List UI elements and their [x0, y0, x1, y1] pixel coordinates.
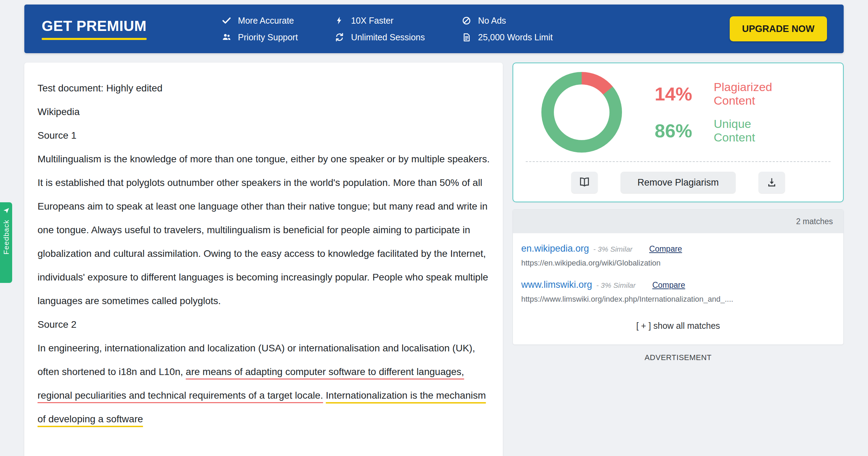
show-all-matches-button[interactable]: [ + ] show all matches	[521, 321, 835, 331]
check-icon	[221, 15, 232, 26]
match-row: en.wikipedia.org - 3% Similar Compare	[521, 243, 835, 255]
match-url: https://en.wikipedia.org/wiki/Globalizat…	[521, 258, 835, 268]
feature-label: No Ads	[478, 16, 506, 26]
remove-plagiarism-button[interactable]: Remove Plagiarism	[621, 172, 735, 193]
advertisement-label: ADVERTISEMENT	[513, 353, 844, 362]
plagiarized-percentage: 14%	[655, 83, 696, 105]
no-ads-icon	[461, 15, 472, 26]
plagiarized-label: Plagiarized Content	[714, 80, 795, 107]
text-segment: Test document: Highly edited	[38, 83, 163, 93]
result-summary: 14% Plagiarized Content 86% Unique Conte…	[513, 63, 843, 161]
plagiarism-result-card: 14% Plagiarized Content 86% Unique Conte…	[513, 63, 844, 202]
matches-panel: 2 matches en.wikipedia.org - 3% Similar …	[513, 209, 844, 345]
feature-label: Priority Support	[238, 32, 298, 42]
plagiarized-stat: 14% Plagiarized Content	[655, 80, 795, 107]
dashed-divider	[526, 161, 830, 162]
matches-count: 2 matches	[796, 217, 833, 226]
match-domain-link[interactable]: www.limswiki.org	[521, 279, 592, 291]
matches-body: en.wikipedia.org - 3% Similar Compare ht…	[513, 233, 843, 340]
document-paragraph: Source 2	[38, 313, 492, 336]
match-row: www.limswiki.org - 3% Similar Compare	[521, 279, 835, 291]
feature-label: 10X Faster	[351, 16, 393, 26]
text-segment: Multilingualism is the knowledge of more…	[38, 154, 490, 306]
document-panel: Test document: Highly editedWikipediaSou…	[24, 63, 503, 456]
match-item: www.limswiki.org - 3% Similar Compare ht…	[521, 279, 835, 304]
document-paragraph: In engineering, internationalization and…	[38, 336, 492, 431]
unique-stat: 86% Unique Content	[655, 117, 795, 144]
book-icon	[579, 176, 590, 189]
match-domain-link[interactable]: en.wikipedia.org	[521, 243, 589, 254]
feature-no-ads: No Ads	[461, 15, 553, 26]
feature-10x-faster: 10X Faster	[334, 15, 425, 26]
text-segment: Source 1	[38, 130, 76, 141]
feature-more-accurate: More Accurate	[221, 15, 298, 26]
result-stats: 14% Plagiarized Content 86% Unique Conte…	[655, 80, 795, 144]
page: GET PREMIUM More Accurate Priority Suppo…	[0, 0, 868, 456]
download-report-button[interactable]	[759, 172, 785, 193]
unique-label: Unique Content	[714, 117, 795, 144]
compare-link[interactable]: Compare	[652, 279, 685, 291]
unique-percentage: 86%	[655, 120, 696, 141]
download-icon	[766, 177, 777, 189]
result-actions: Remove Plagiarism	[513, 172, 843, 193]
feedback-tab[interactable]: Feedback	[0, 202, 12, 283]
document-paragraph: Source 1	[38, 124, 492, 147]
document-paragraph: Test document: Highly edited	[38, 76, 492, 100]
feature-words-limit: 25,000 Words Limit	[461, 32, 553, 42]
match-similarity: - 3% Similar	[593, 243, 632, 255]
refresh-icon	[334, 32, 345, 42]
text-segment	[323, 390, 326, 401]
document-paragraph: Multilingualism is the knowledge of more…	[38, 147, 492, 313]
document-paragraph: Wikipedia	[38, 100, 492, 124]
premium-features: More Accurate Priority Support 10X Faste…	[221, 15, 553, 42]
match-url: https://www.limswiki.org/index.php/Inter…	[521, 294, 835, 304]
text-segment: Source 2	[38, 319, 76, 330]
banner-title: GET PREMIUM	[42, 18, 147, 40]
match-similarity: - 3% Similar	[596, 279, 636, 291]
upgrade-now-button[interactable]: UPGRADE NOW	[730, 16, 827, 41]
feature-label: Unlimited Sessions	[351, 32, 425, 42]
premium-banner: GET PREMIUM More Accurate Priority Suppo…	[24, 5, 844, 53]
feedback-label: Feedback	[2, 220, 10, 254]
plagiarism-donut	[541, 72, 622, 153]
banner-title-underline	[42, 38, 147, 40]
banner-title-text: GET PREMIUM	[42, 18, 147, 34]
feature-label: More Accurate	[238, 16, 294, 26]
users-icon	[221, 32, 232, 42]
report-book-button[interactable]	[571, 172, 598, 193]
document-icon	[461, 32, 472, 42]
document-body: Test document: Highly editedWikipediaSou…	[38, 76, 492, 431]
feature-unlimited-sessions: Unlimited Sessions	[334, 32, 425, 42]
match-item: en.wikipedia.org - 3% Similar Compare ht…	[521, 243, 835, 268]
text-segment: Wikipedia	[38, 106, 80, 117]
bolt-icon	[334, 15, 345, 26]
feature-label: 25,000 Words Limit	[478, 32, 553, 42]
compare-link[interactable]: Compare	[649, 243, 682, 255]
matches-header: 2 matches	[513, 210, 843, 233]
feature-priority-support: Priority Support	[221, 32, 298, 42]
feedback-icon	[3, 207, 10, 215]
